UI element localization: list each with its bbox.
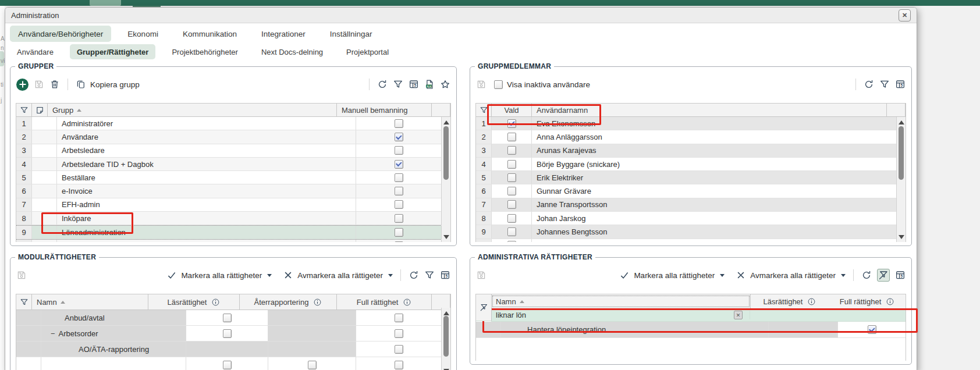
- deselect-all-rights-button[interactable]: Avmarkera alla rättigeter: [736, 270, 846, 280]
- favorite-icon[interactable]: [440, 79, 450, 90]
- vald-checkbox[interactable]: [507, 187, 516, 195]
- name-column-header[interactable]: Namn: [32, 294, 148, 309]
- full-checkbox[interactable]: [868, 325, 876, 334]
- deselect-all-rights-button[interactable]: Avmarkera alla rättigeter: [283, 270, 393, 280]
- vald-checkbox[interactable]: [507, 173, 516, 182]
- scroll-down-arrow[interactable]: [442, 233, 450, 241]
- module-right-row[interactable]: AO/ÄTA-rapportering: [16, 341, 442, 357]
- member-row[interactable]: 9Johannes Bengtsson: [476, 225, 897, 239]
- read-checkbox[interactable]: [223, 361, 232, 369]
- note-column-header[interactable]: [32, 104, 48, 116]
- refresh-icon[interactable]: [861, 270, 872, 280]
- module-right-row[interactable]: [16, 357, 442, 370]
- filter-input[interactable]: liknar lön✕: [491, 311, 750, 319]
- group-row[interactable]: 1Administratörer: [16, 117, 442, 130]
- full-column-header[interactable]: Full rättighet: [829, 294, 906, 308]
- clear-filter-button[interactable]: ✕: [734, 311, 743, 319]
- tab-anv-ndare-beh-righeter[interactable]: Användare/Behörigheter: [10, 26, 111, 42]
- group-row[interactable]: 4Arbetsledare TID + Dagbok: [16, 158, 442, 171]
- manuell-bemanning-checkbox[interactable]: [395, 187, 403, 195]
- save-icon[interactable]: [34, 79, 44, 90]
- group-row[interactable]: 2Användare: [16, 130, 442, 144]
- manuell-bemanning-checkbox[interactable]: [395, 119, 403, 128]
- member-row[interactable]: 5Erik Elektriker: [476, 171, 897, 184]
- vald-checkbox[interactable]: [507, 214, 516, 223]
- member-row[interactable]: 10Kalle Kakelläggare: [476, 239, 897, 242]
- member-row[interactable]: 2Anna Anläggarsson: [476, 130, 897, 144]
- copy-group-button[interactable]: Kopiera grupp: [76, 79, 140, 90]
- chevron-down-icon[interactable]: [841, 274, 846, 277]
- tab-inst-llningar[interactable]: Inställningar: [322, 26, 381, 42]
- manuell-bemanning-checkbox[interactable]: [395, 133, 403, 141]
- scroll-thumb[interactable]: [443, 316, 449, 357]
- module-right-row[interactable]: −Arbetsorder: [16, 326, 442, 341]
- add-group-button[interactable]: [16, 79, 29, 91]
- groups-scrollbar[interactable]: [441, 117, 450, 242]
- module-scrollbar[interactable]: [441, 308, 450, 370]
- columns-icon[interactable]: 5: [895, 270, 906, 280]
- show-inactive-checkbox[interactable]: [494, 80, 503, 89]
- read-column-header[interactable]: Läsrättighet: [148, 294, 240, 309]
- save-icon[interactable]: [16, 270, 27, 280]
- chevron-down-icon[interactable]: [267, 274, 272, 277]
- tab-next-docs-delning[interactable]: Next Docs-delning: [254, 44, 330, 59]
- group-column-header[interactable]: Grupp: [48, 104, 337, 116]
- full-checkbox[interactable]: [395, 314, 403, 322]
- tab-projektportal[interactable]: Projektportal: [339, 44, 396, 59]
- manuell-bemanning-checkbox[interactable]: [395, 173, 403, 182]
- chevron-down-icon[interactable]: [388, 274, 393, 277]
- full-checkbox[interactable]: [395, 345, 403, 354]
- tab-grupper-r-ttigheter[interactable]: Grupper/Rättigheter: [70, 44, 156, 59]
- manuell-bemanning-checkbox[interactable]: [395, 200, 403, 209]
- refresh-icon[interactable]: [377, 79, 388, 90]
- vald-checkbox[interactable]: [507, 241, 516, 242]
- manuell-bemanning-checkbox[interactable]: [395, 146, 403, 155]
- manuell-bemanning-checkbox[interactable]: [395, 160, 403, 169]
- scroll-down-arrow[interactable]: [897, 233, 906, 241]
- save-icon[interactable]: [476, 270, 487, 280]
- refresh-icon[interactable]: [409, 270, 419, 280]
- read-checkbox[interactable]: [223, 314, 232, 322]
- group-row[interactable]: 7EFH-admin: [16, 198, 442, 212]
- scroll-thumb[interactable]: [443, 126, 449, 180]
- tab-integrationer[interactable]: Integrationer: [253, 26, 314, 42]
- select-all-rights-button[interactable]: Markera alla rättigheter: [619, 270, 725, 280]
- manuell-column-header[interactable]: Manuell bemanning: [337, 104, 432, 116]
- excel-export-icon[interactable]: XLS: [424, 79, 435, 90]
- select-all-rights-button[interactable]: Markera alla rättigheter: [166, 270, 272, 280]
- member-row[interactable]: 3Arunas Karajevas: [476, 144, 897, 158]
- report-column-header[interactable]: Återrapportering: [240, 294, 337, 309]
- full-checkbox[interactable]: [395, 361, 403, 369]
- vald-column-header[interactable]: Vald: [492, 104, 532, 116]
- full-checkbox[interactable]: [395, 329, 403, 338]
- filter-icon[interactable]: [424, 270, 435, 280]
- collapse-icon[interactable]: −: [51, 329, 55, 338]
- read-column-header[interactable]: Läsrättighet: [751, 294, 829, 308]
- filter-value[interactable]: liknar lön: [496, 311, 526, 319]
- member-row[interactable]: 4Börje Byggare (snickare): [476, 158, 897, 171]
- filter-column-header[interactable]: [16, 104, 32, 116]
- tab-kommunikation[interactable]: Kommunikation: [175, 26, 245, 42]
- group-row[interactable]: 6e-Invoice: [16, 184, 442, 198]
- scroll-up-arrow[interactable]: [897, 118, 906, 126]
- filter-icon[interactable]: [393, 79, 403, 90]
- group-row[interactable]: 3Arbetsledare: [16, 144, 442, 158]
- member-row[interactable]: 1Eva Ekonomsson: [476, 117, 897, 130]
- filter-column-header[interactable]: [476, 294, 492, 321]
- show-inactive-toggle[interactable]: Visa inaktiva användare: [494, 80, 590, 89]
- username-column-header[interactable]: Användarnamn: [532, 104, 887, 116]
- manuell-bemanning-checkbox[interactable]: [395, 214, 403, 223]
- columns-icon[interactable]: 5: [895, 79, 906, 90]
- save-icon[interactable]: [476, 79, 487, 90]
- refresh-icon[interactable]: [864, 79, 874, 90]
- full-column-header[interactable]: Full rättighet: [337, 294, 432, 309]
- close-button[interactable]: ✕: [899, 9, 911, 22]
- tab-ekonomi[interactable]: Ekonomi: [119, 26, 166, 42]
- name-column-header[interactable]: Namn: [491, 294, 751, 308]
- group-row[interactable]: 5Beställare: [16, 171, 442, 184]
- vald-checkbox[interactable]: [507, 146, 516, 155]
- vald-checkbox[interactable]: [507, 200, 516, 209]
- member-row[interactable]: 7Janne Transportsson: [476, 198, 897, 212]
- manuell-bemanning-checkbox[interactable]: [395, 228, 403, 237]
- report-checkbox[interactable]: [308, 361, 317, 369]
